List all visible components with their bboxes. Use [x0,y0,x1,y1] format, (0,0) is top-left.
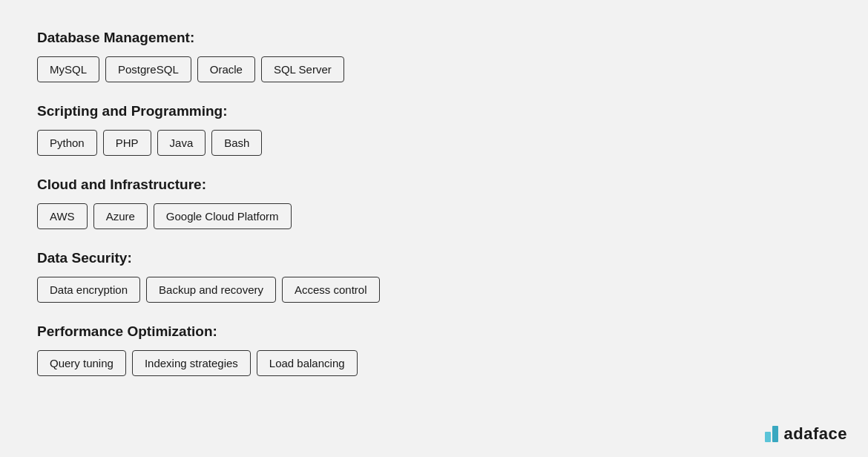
tags-data-security: Data encryptionBackup and recoveryAccess… [37,277,831,303]
tag-item: Data encryption [37,277,140,303]
tag-item: Query tuning [37,350,126,376]
tag-item: Backup and recovery [146,277,276,303]
section-data-security: Data Security:Data encryptionBackup and … [37,250,831,303]
section-title-database-management: Database Management: [37,30,831,46]
tags-performance-optimization: Query tuningIndexing strategiesLoad bala… [37,350,831,376]
tag-item: Azure [93,203,148,229]
tag-item: Oracle [197,56,255,82]
section-title-cloud-infrastructure: Cloud and Infrastructure: [37,177,831,193]
logo-icon [765,426,778,442]
section-performance-optimization: Performance Optimization:Query tuningInd… [37,323,831,376]
section-scripting-programming: Scripting and Programming:PythonPHPJavaB… [37,103,831,156]
tag-item: Access control [282,277,380,303]
tags-database-management: MySQLPostgreSQLOracleSQL Server [37,56,831,82]
tag-item: Java [157,130,206,156]
main-content: Database Management:MySQLPostgreSQLOracl… [0,0,868,427]
tag-item: SQL Server [261,56,344,82]
tag-item: Load balancing [257,350,358,376]
tags-scripting-programming: PythonPHPJavaBash [37,130,831,156]
logo-bar-small [765,432,771,442]
tag-item: Indexing strategies [132,350,251,376]
tag-item: Google Cloud Platform [154,203,292,229]
section-database-management: Database Management:MySQLPostgreSQLOracl… [37,30,831,82]
tags-cloud-infrastructure: AWSAzureGoogle Cloud Platform [37,203,831,229]
logo-bar-large [772,426,778,442]
tag-item: Bash [211,130,262,156]
tag-item: MySQL [37,56,99,82]
tag-item: PHP [103,130,151,156]
section-title-scripting-programming: Scripting and Programming: [37,103,831,119]
tag-item: Python [37,130,97,156]
tag-item: AWS [37,203,88,229]
section-title-data-security: Data Security: [37,250,831,266]
tag-item: PostgreSQL [105,56,191,82]
section-title-performance-optimization: Performance Optimization: [37,323,831,340]
logo-text: adaface [784,424,847,444]
logo-area: adaface [765,424,847,444]
section-cloud-infrastructure: Cloud and Infrastructure:AWSAzureGoogle … [37,177,831,229]
